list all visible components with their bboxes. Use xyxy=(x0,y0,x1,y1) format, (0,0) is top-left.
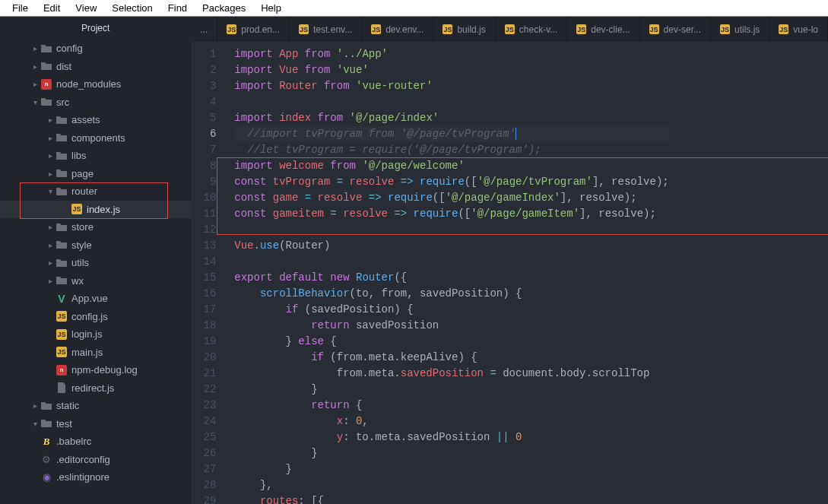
expand-arrow-icon: ▸ xyxy=(46,134,55,142)
tree-item--editorconfig[interactable]: ⚙.editorconfig xyxy=(0,451,191,469)
tree-item-utils[interactable]: ▸utils xyxy=(0,254,191,272)
folder-icon xyxy=(55,223,68,232)
tree-label: .babelrc xyxy=(56,436,91,447)
tree-item-page[interactable]: ▸page xyxy=(0,165,191,183)
folder-icon xyxy=(40,419,53,428)
line-gutter: 1234567891011121314151617181920212223242… xyxy=(191,42,225,504)
tree-item-redirect-js[interactable]: redirect.js xyxy=(0,379,191,398)
code-editor[interactable]: 1234567891011121314151617181920212223242… xyxy=(191,42,828,504)
tree-item--babelrc[interactable]: B.babelrc xyxy=(0,433,191,451)
tab-check-v---[interactable]: JScheck-v... xyxy=(496,17,567,42)
folder-icon xyxy=(40,62,53,71)
tree-item-libs[interactable]: ▸libs xyxy=(0,147,191,165)
menu-packages[interactable]: Packages xyxy=(195,2,253,14)
tree-label: test xyxy=(56,418,72,430)
tab-utils-js[interactable]: JSutils.js xyxy=(711,17,769,42)
tree-label: components xyxy=(71,132,125,144)
js-icon: JS xyxy=(443,24,452,34)
js-icon: JS xyxy=(576,24,586,34)
tree-item-index-js[interactable]: JSindex.js xyxy=(0,201,191,219)
tab-label: check-v... xyxy=(519,24,557,35)
tab-label: utils.js xyxy=(734,24,760,35)
tab-prod-en---[interactable]: JSprod.en... xyxy=(217,17,290,42)
tree-item-store[interactable]: ▸store xyxy=(0,218,191,236)
npm-icon: n xyxy=(40,79,53,90)
tree-label: login.js xyxy=(71,328,102,340)
menu-view[interactable]: View xyxy=(68,2,104,14)
folder-icon xyxy=(55,240,68,249)
expand-arrow-icon: ▸ xyxy=(46,116,55,124)
tree-item-config[interactable]: ▸config xyxy=(0,40,191,58)
vue-icon: V xyxy=(55,293,68,305)
tree-item-static[interactable]: ▸static xyxy=(0,397,191,415)
tree-label: App.vue xyxy=(71,293,108,304)
tree-item-npm-debug-log[interactable]: nnpm-debug.log xyxy=(0,361,191,379)
menu-selection[interactable]: Selection xyxy=(104,2,160,14)
tree-item-config-js[interactable]: JSconfig.js xyxy=(0,308,191,326)
tab-dev-env---[interactable]: JSdev.env... xyxy=(362,17,433,42)
menu-find[interactable]: Find xyxy=(160,2,195,14)
tab-vue-lo[interactable]: JSvue-lo xyxy=(769,17,828,42)
code-content[interactable]: import App from '../App' import Vue from… xyxy=(225,42,668,504)
folder-icon xyxy=(55,151,68,160)
tab----[interactable]: ... xyxy=(191,17,217,42)
tab-label: test.env... xyxy=(313,24,352,35)
tree-item-assets[interactable]: ▸assets xyxy=(0,111,191,129)
tab-bar[interactable]: ...JSprod.en...JStest.env...JSdev.env...… xyxy=(191,17,828,42)
expand-arrow-icon: ▸ xyxy=(30,62,40,71)
expand-arrow-icon: ▸ xyxy=(30,44,40,52)
folder-icon xyxy=(55,187,68,196)
folder-icon xyxy=(40,401,53,410)
menu-help[interactable]: Help xyxy=(253,2,289,14)
tab-label: dev-clie... xyxy=(591,24,630,35)
tab-build-js[interactable]: JSbuild.js xyxy=(433,17,495,42)
js-icon: JS xyxy=(55,329,68,340)
tree-item-dist[interactable]: ▸dist xyxy=(0,58,191,76)
tab-label: vue-lo xyxy=(793,24,818,35)
menu-edit[interactable]: Edit xyxy=(36,2,68,14)
file-tree[interactable]: ▸config▸dist▸nnode_modules▾src▸assets▸co… xyxy=(0,40,191,504)
tree-item-wx[interactable]: ▸wx xyxy=(0,272,191,290)
tab-dev-ser---[interactable]: JSdev-ser... xyxy=(640,17,711,42)
tree-label: utils xyxy=(71,257,89,268)
tree-label: npm-debug.log xyxy=(71,364,138,376)
tree-item-node-modules[interactable]: ▸nnode_modules xyxy=(0,75,191,94)
js-icon: JS xyxy=(55,347,68,357)
js-icon: JS xyxy=(505,24,515,34)
tree-label: .eslintignore xyxy=(56,471,109,483)
tree-item-app-vue[interactable]: VApp.vue xyxy=(0,290,191,308)
js-icon: JS xyxy=(70,204,84,214)
tree-label: .editorconfig xyxy=(56,454,110,465)
tab-label: prod.en... xyxy=(241,24,280,35)
expand-arrow-icon: ▸ xyxy=(46,223,55,231)
tree-label: config xyxy=(56,43,83,54)
tree-item-router[interactable]: ▾router xyxy=(0,182,191,201)
tree-item-components[interactable]: ▸components xyxy=(0,129,191,147)
tree-label: libs xyxy=(71,150,87,161)
tree-item-test[interactable]: ▾test xyxy=(0,415,191,433)
expand-arrow-icon: ▸ xyxy=(46,151,55,160)
tree-item-login-js[interactable]: JSlogin.js xyxy=(0,325,191,344)
tree-item--eslintignore[interactable]: ◉.eslintignore xyxy=(0,468,191,487)
tree-item-style[interactable]: ▸style xyxy=(0,236,191,255)
expand-arrow-icon: ▸ xyxy=(46,258,55,267)
tree-label: index.js xyxy=(87,204,120,215)
folder-icon xyxy=(55,116,68,125)
tree-item-src[interactable]: ▾src xyxy=(0,94,191,112)
tab-test-env---[interactable]: JStest.env... xyxy=(290,17,362,42)
tree-label: static xyxy=(56,400,79,411)
tree-label: src xyxy=(56,97,69,108)
menu-file[interactable]: File xyxy=(5,2,36,14)
tab-label: dev.env... xyxy=(385,24,424,35)
js-icon: JS xyxy=(227,24,236,34)
tree-item-main-js[interactable]: JSmain.js xyxy=(0,344,191,362)
tab-dev-clie---[interactable]: JSdev-clie... xyxy=(567,17,639,42)
tree-label: wx xyxy=(71,275,84,287)
babel-icon: B xyxy=(40,436,53,448)
expand-arrow-icon: ▾ xyxy=(30,420,40,428)
tree-label: redirect.js xyxy=(71,382,114,394)
tree-label: store xyxy=(71,221,94,233)
menubar: FileEditViewSelectionFindPackagesHelp xyxy=(0,0,828,17)
folder-icon xyxy=(55,276,68,285)
tab-label: dev-ser... xyxy=(664,24,701,35)
